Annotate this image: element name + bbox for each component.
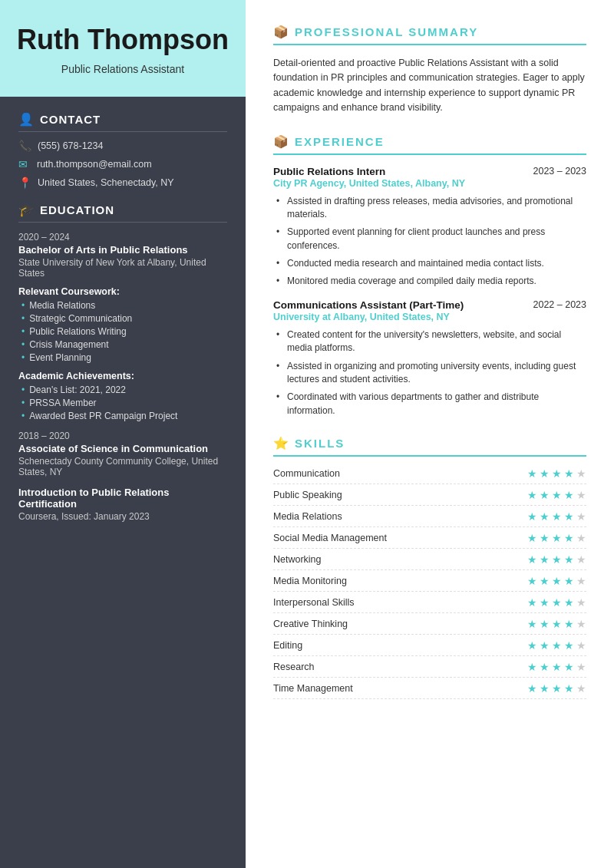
contact-section-title: CONTACT bbox=[40, 113, 101, 126]
education-icon: 🎓 bbox=[18, 203, 34, 217]
contact-phone: 📞 (555) 678-1234 bbox=[18, 140, 227, 152]
coursework-item: Strategic Communication bbox=[21, 313, 227, 324]
filled-star-icon: ★ bbox=[540, 553, 550, 566]
filled-star-icon: ★ bbox=[527, 618, 537, 630]
degree-2-school: Schenectady County Community College, Un… bbox=[18, 456, 227, 477]
filled-star-icon: ★ bbox=[552, 618, 562, 630]
skill-row: Social Media Management★★★★★ bbox=[273, 532, 586, 549]
job-1-company: City PR Agency, United States, Albany, N… bbox=[273, 178, 586, 189]
filled-star-icon: ★ bbox=[552, 510, 562, 523]
filled-star-icon: ★ bbox=[527, 510, 537, 523]
sidebar-body: 👤 CONTACT 📞 (555) 678-1234 ✉ ruth.thomps… bbox=[0, 97, 246, 868]
degree-2-title: Associate of Science in Communication bbox=[18, 443, 227, 454]
contact-list: 📞 (555) 678-1234 ✉ ruth.thompson@email.c… bbox=[18, 140, 227, 189]
skill-name: Public Speaking bbox=[273, 490, 342, 500]
cert-sub: Coursera, Issued: January 2023 bbox=[18, 511, 227, 522]
achievements-label: Academic Achievements: bbox=[18, 371, 227, 381]
job-1: Public Relations Intern 2023 – 2023 City… bbox=[273, 166, 586, 289]
job-2-dates: 2022 – 2023 bbox=[533, 299, 586, 310]
coursework-item: Event Planning bbox=[21, 352, 227, 363]
job-1-bullet-4: Monitored media coverage and compiled da… bbox=[276, 275, 586, 288]
filled-star-icon: ★ bbox=[527, 661, 537, 673]
job-2-bullets: Created content for the university's new… bbox=[273, 328, 586, 417]
skill-row: Time Management★★★★★ bbox=[273, 682, 586, 699]
skill-stars: ★★★★★ bbox=[527, 661, 586, 673]
summary-text: Detail-oriented and proactive Public Rel… bbox=[273, 56, 586, 116]
job-2-bullet-3: Coordinated with various departments to … bbox=[276, 391, 586, 417]
filled-star-icon: ★ bbox=[527, 467, 537, 480]
job-2-company: University at Albany, United States, NY bbox=[273, 312, 586, 322]
degree-2: 2018 – 2020 Associate of Science in Comm… bbox=[18, 431, 227, 477]
filled-star-icon: ★ bbox=[540, 510, 550, 523]
education-section-header: 🎓 EDUCATION bbox=[18, 203, 227, 223]
experience-icon: 📦 bbox=[273, 134, 289, 149]
empty-star-icon: ★ bbox=[576, 682, 586, 695]
job-1-header: Public Relations Intern 2023 – 2023 bbox=[273, 166, 586, 177]
location-icon: 📍 bbox=[18, 177, 31, 189]
degree-1: 2020 – 2024 Bachelor of Arts in Public R… bbox=[18, 232, 227, 421]
filled-star-icon: ★ bbox=[540, 618, 550, 630]
skill-stars: ★★★★★ bbox=[527, 639, 586, 652]
sidebar: Ruth Thompson Public Relations Assistant… bbox=[0, 0, 246, 868]
filled-star-icon: ★ bbox=[527, 575, 537, 587]
skill-row: Public Speaking★★★★★ bbox=[273, 489, 586, 506]
skill-name: Communication bbox=[273, 468, 340, 479]
filled-star-icon: ★ bbox=[527, 682, 537, 695]
filled-star-icon: ★ bbox=[540, 639, 550, 652]
filled-star-icon: ★ bbox=[527, 639, 537, 652]
phone-icon: 📞 bbox=[18, 140, 31, 152]
empty-star-icon: ★ bbox=[576, 489, 586, 501]
filled-star-icon: ★ bbox=[564, 639, 574, 652]
filled-star-icon: ★ bbox=[540, 661, 550, 673]
skill-stars: ★★★★★ bbox=[527, 467, 586, 480]
filled-star-icon: ★ bbox=[564, 467, 574, 480]
empty-star-icon: ★ bbox=[576, 618, 586, 630]
skill-stars: ★★★★★ bbox=[527, 575, 586, 587]
empty-star-icon: ★ bbox=[576, 596, 586, 609]
empty-star-icon: ★ bbox=[576, 553, 586, 566]
achievement-item: Awarded Best PR Campaign Project bbox=[21, 411, 227, 421]
degree-1-years: 2020 – 2024 bbox=[18, 232, 227, 243]
job-1-bullet-1: Assisted in drafting press releases, med… bbox=[276, 195, 586, 222]
filled-star-icon: ★ bbox=[552, 489, 562, 501]
job-1-title: Public Relations Intern bbox=[273, 166, 385, 177]
filled-star-icon: ★ bbox=[552, 661, 562, 673]
achievements-list: Dean's List: 2021, 2022 PRSSA Member Awa… bbox=[18, 384, 227, 421]
skill-stars: ★★★★★ bbox=[527, 553, 586, 566]
coursework-item: Crisis Management bbox=[21, 339, 227, 350]
skills-icon: ⭐ bbox=[273, 436, 289, 451]
empty-star-icon: ★ bbox=[576, 661, 586, 673]
skill-stars: ★★★★★ bbox=[527, 532, 586, 544]
skill-name: Research bbox=[273, 662, 315, 672]
filled-star-icon: ★ bbox=[540, 467, 550, 480]
contact-email: ✉ ruth.thompson@email.com bbox=[18, 158, 227, 170]
skill-row: Media Monitoring★★★★★ bbox=[273, 575, 586, 592]
filled-star-icon: ★ bbox=[564, 553, 574, 566]
cert-label: Introduction to Public Relations Certifi… bbox=[18, 487, 227, 510]
skill-name: Media Relations bbox=[273, 511, 342, 522]
filled-star-icon: ★ bbox=[540, 596, 550, 609]
skill-name: Interpersonal Skills bbox=[273, 597, 355, 608]
sidebar-header: Ruth Thompson Public Relations Assistant bbox=[0, 0, 246, 97]
skill-stars: ★★★★★ bbox=[527, 596, 586, 609]
candidate-title: Public Relations Assistant bbox=[15, 63, 230, 75]
summary-icon: 📦 bbox=[273, 25, 289, 39]
skill-stars: ★★★★★ bbox=[527, 510, 586, 523]
job-1-bullets: Assisted in drafting press releases, med… bbox=[273, 195, 586, 289]
achievement-item: Dean's List: 2021, 2022 bbox=[21, 384, 227, 395]
degree-1-title: Bachelor of Arts in Public Relations bbox=[18, 244, 227, 256]
filled-star-icon: ★ bbox=[552, 467, 562, 480]
skill-name: Creative Thinking bbox=[273, 619, 348, 629]
filled-star-icon: ★ bbox=[552, 639, 562, 652]
skill-row: Media Relations★★★★★ bbox=[273, 510, 586, 527]
contact-location: 📍 United States, Schenectady, NY bbox=[18, 177, 227, 189]
filled-star-icon: ★ bbox=[527, 489, 537, 501]
job-2-bullet-2: Assisted in organizing and promoting uni… bbox=[276, 360, 586, 387]
skill-name: Time Management bbox=[273, 683, 353, 694]
filled-star-icon: ★ bbox=[527, 532, 537, 544]
contact-section-header: 👤 CONTACT bbox=[18, 112, 227, 132]
empty-star-icon: ★ bbox=[576, 467, 586, 480]
filled-star-icon: ★ bbox=[540, 682, 550, 695]
degree-1-school: State University of New York at Albany, … bbox=[18, 257, 227, 279]
empty-star-icon: ★ bbox=[576, 575, 586, 587]
